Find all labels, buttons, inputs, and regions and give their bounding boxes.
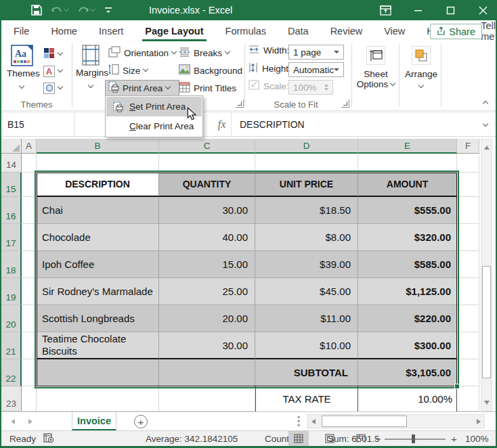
- table-row-quantity[interactable]: 20.00: [159, 305, 255, 332]
- cell-a22[interactable]: [22, 359, 37, 386]
- cell-a17[interactable]: [22, 224, 37, 251]
- table-row-amount[interactable]: $320.00: [358, 224, 457, 251]
- page-layout-view-button[interactable]: [320, 431, 340, 446]
- vertical-scrollbar[interactable]: [481, 139, 492, 411]
- redo-icon[interactable]: [78, 5, 95, 15]
- cell-c15-quantity-header[interactable]: QUANTITY: [159, 173, 255, 197]
- select-all-corner[interactable]: [1, 139, 22, 154]
- tab-file[interactable]: File: [11, 20, 32, 42]
- cell-f17[interactable]: [457, 224, 479, 251]
- scroll-left-icon[interactable]: [308, 415, 319, 428]
- collapse-ribbon-icon[interactable]: [483, 101, 488, 106]
- sheet-options-button[interactable]: Sheet Options: [356, 43, 395, 89]
- print-titles-button[interactable]: Print Titles: [176, 80, 239, 96]
- selection-fill-handle[interactable]: [454, 384, 460, 389]
- tax-rate-label-cell[interactable]: TAX RATE: [255, 386, 358, 411]
- table-row-amount[interactable]: $1,125.00: [358, 278, 457, 305]
- row-header-21[interactable]: 21: [1, 332, 22, 359]
- margins-button[interactable]: Margins: [76, 43, 106, 91]
- scroll-right-icon[interactable]: [473, 415, 484, 428]
- cell-c23[interactable]: [159, 386, 255, 411]
- table-row-amount[interactable]: $585.00: [358, 251, 457, 278]
- sheet-tab-invoice[interactable]: Invoice: [72, 412, 116, 431]
- status-average[interactable]: Average: 342.1842105: [146, 434, 238, 444]
- expand-formula-bar-icon[interactable]: [483, 121, 488, 127]
- tab-insert[interactable]: Insert: [96, 20, 126, 42]
- row-header-14[interactable]: 14: [1, 154, 22, 173]
- new-sheet-button[interactable]: +: [134, 415, 148, 428]
- column-header-b[interactable]: B: [37, 139, 159, 154]
- zoom-slider-track[interactable]: [385, 439, 446, 440]
- cell-c14[interactable]: [159, 154, 255, 173]
- scale-to-fit-dialog-launcher-icon[interactable]: [341, 99, 349, 108]
- arrange-button[interactable]: Arrange: [404, 43, 439, 91]
- cell-f23[interactable]: [457, 386, 479, 411]
- row-header-20[interactable]: 20: [1, 305, 22, 332]
- tab-review[interactable]: Review: [328, 20, 366, 42]
- row-header-19[interactable]: 19: [1, 278, 22, 305]
- horizontal-scrollbar-thumb[interactable]: [322, 416, 407, 427]
- table-row-amount[interactable]: $220.00: [358, 305, 457, 332]
- table-row-description[interactable]: Chocolade: [37, 224, 159, 251]
- table-row-description[interactable]: Teatime Chocolate Biscuits: [37, 332, 159, 359]
- zoom-in-icon[interactable]: +: [451, 433, 457, 445]
- cell-a19[interactable]: [22, 278, 37, 305]
- insert-function-icon[interactable]: fx: [213, 112, 232, 136]
- cell-b22[interactable]: [37, 359, 159, 386]
- cell-f22[interactable]: [457, 359, 479, 386]
- orientation-button[interactable]: Orientation: [106, 45, 179, 61]
- tab-bar-splitter[interactable]: •••: [297, 416, 300, 428]
- cell-b14[interactable]: [37, 154, 159, 173]
- maximize-button[interactable]: [441, 1, 459, 19]
- previous-sheet-icon[interactable]: [11, 419, 15, 424]
- column-header-a[interactable]: A: [22, 139, 37, 154]
- table-row-quantity[interactable]: 25.00: [159, 278, 255, 305]
- tab-home[interactable]: Home: [48, 20, 80, 42]
- table-row-unit-price[interactable]: $8.00: [255, 224, 358, 251]
- table-row-description[interactable]: Ipoh Coffee: [37, 251, 159, 278]
- cell-a15[interactable]: [22, 173, 37, 197]
- table-row-unit-price[interactable]: $45.00: [255, 278, 358, 305]
- row-header-15[interactable]: 15: [1, 173, 22, 197]
- size-button[interactable]: Size: [106, 62, 150, 79]
- table-row-quantity[interactable]: 40.00: [159, 224, 255, 251]
- row-header-18[interactable]: 18: [1, 251, 22, 278]
- share-button[interactable]: Share: [430, 24, 482, 39]
- zoom-out-icon[interactable]: −: [375, 433, 381, 445]
- tab-data[interactable]: Data: [285, 20, 311, 42]
- row-header-23[interactable]: 23: [1, 386, 22, 411]
- row-header-16[interactable]: 16: [1, 197, 22, 224]
- cell-f19[interactable]: [457, 278, 479, 305]
- name-box[interactable]: B15: [1, 112, 74, 136]
- tax-rate-value-cell[interactable]: 10.00%: [358, 386, 457, 411]
- themes-button[interactable]: Aa Themes: [7, 43, 37, 91]
- vertical-scrollbar-thumb[interactable]: [482, 266, 491, 378]
- table-row-unit-price[interactable]: $11.00: [255, 305, 358, 332]
- scroll-down-icon[interactable]: [481, 396, 492, 409]
- table-row-unit-price[interactable]: $10.00: [255, 332, 358, 359]
- background-button[interactable]: Background: [176, 62, 245, 79]
- cell-e14[interactable]: [358, 154, 457, 173]
- table-row-description[interactable]: Chai: [37, 197, 159, 224]
- column-header-e[interactable]: E: [358, 139, 457, 154]
- table-row-quantity[interactable]: 30.00: [159, 197, 255, 224]
- table-row-quantity[interactable]: 30.00: [159, 332, 255, 359]
- undo-icon[interactable]: [51, 5, 68, 15]
- cell-f20[interactable]: [457, 305, 479, 332]
- cell-a18[interactable]: [22, 251, 37, 278]
- table-row-unit-price[interactable]: $18.50: [255, 197, 358, 224]
- scroll-up-icon[interactable]: [481, 141, 492, 154]
- table-row-unit-price[interactable]: $39.00: [255, 251, 358, 278]
- page-break-preview-button[interactable]: [351, 431, 371, 446]
- tab-page-layout[interactable]: Page Layout: [142, 20, 206, 42]
- table-row-amount[interactable]: $555.00: [358, 197, 457, 224]
- cell-a16[interactable]: [22, 197, 37, 224]
- column-header-c[interactable]: C: [159, 139, 255, 154]
- table-row-description[interactable]: Scottish Longbreads: [37, 305, 159, 332]
- cell-b23[interactable]: [37, 386, 159, 411]
- cell-c22[interactable]: [159, 359, 255, 386]
- width-select[interactable]: 1 page: [288, 45, 344, 60]
- cell-f16[interactable]: [457, 197, 479, 224]
- cell-f15[interactable]: [457, 173, 479, 197]
- cell-d15-unit-price-header[interactable]: UNIT PRICE: [255, 173, 358, 197]
